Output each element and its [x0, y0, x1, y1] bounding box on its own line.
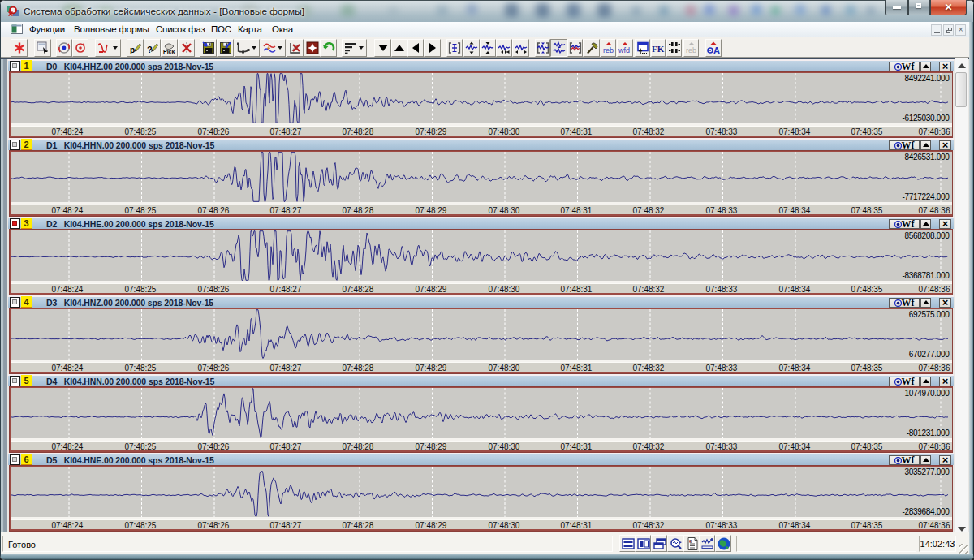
- svg-text:wfd: wfd: [618, 46, 630, 54]
- svg-text:FK: FK: [652, 44, 665, 54]
- svg-text:Pick: Pick: [163, 49, 175, 54]
- svg-text:A: A: [713, 45, 720, 54]
- svg-text:p: p: [130, 45, 135, 54]
- svg-text:reb: reb: [603, 46, 614, 54]
- svg-text:reb: reb: [686, 46, 696, 54]
